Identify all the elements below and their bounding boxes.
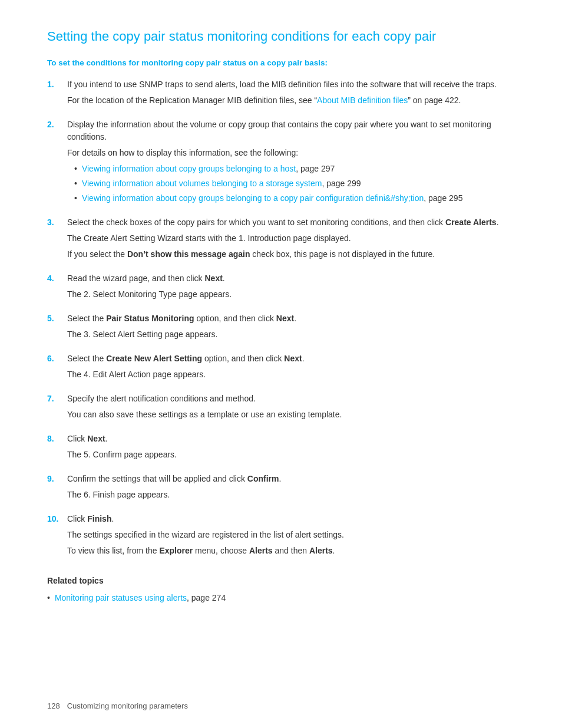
page-container: Setting the copy pair status monitoring … <box>0 0 562 728</box>
link-copy-groups-definition[interactable]: Viewing information about copy groups be… <box>82 193 424 203</box>
related-topics-list: Monitoring pair statuses using alerts, p… <box>47 592 515 604</box>
step-1-note: For the location of the Replication Mana… <box>67 94 515 107</box>
step-1-content: If you intend to use SNMP traps to send … <box>67 78 515 110</box>
page-title: Setting the copy pair status monitoring … <box>47 28 515 45</box>
step-5: 5. Select the Pair Status Monitoring opt… <box>47 312 515 344</box>
step-8-text: Click Next. <box>67 433 515 445</box>
step-1: 1. If you intend to use SNMP traps to se… <box>47 78 515 110</box>
bullet-3-text: Viewing information about copy groups be… <box>82 192 463 205</box>
related-topic-1: Monitoring pair statuses using alerts, p… <box>47 592 515 604</box>
step-4-content: Read the wizard page, and then click Nex… <box>67 272 515 304</box>
mib-link[interactable]: About MIB definition files <box>317 95 408 105</box>
link-copy-groups-host[interactable]: Viewing information about copy groups be… <box>82 164 296 173</box>
step-3-note1: The Create Alert Setting Wizard starts w… <box>67 232 515 245</box>
page-footer: 128 Customizing monitoring parameters <box>47 700 515 712</box>
step-2-num: 2. <box>47 118 67 131</box>
step-6-bold-create-new: Create New Alert Setting <box>106 354 202 363</box>
step-7-num: 7. <box>47 393 67 405</box>
bullet-1-text: Viewing information about copy groups be… <box>82 163 335 175</box>
step-9-bold-confirm: Confirm <box>247 474 279 483</box>
section-subtitle: To set the conditions for monitoring cop… <box>47 57 515 69</box>
monitoring-pair-statuses-link[interactable]: Monitoring pair statuses using alerts <box>55 593 187 602</box>
step-4-note: The 2. Select Monitoring Type page appea… <box>67 288 515 301</box>
bullet-2: Viewing information about volumes belong… <box>74 177 515 190</box>
step-10-num: 10. <box>47 513 67 525</box>
step-4: 4. Read the wizard page, and then click … <box>47 272 515 304</box>
step-3: 3. Select the check boxes of the copy pa… <box>47 216 515 264</box>
related-topic-1-text: Monitoring pair statuses using alerts, p… <box>55 592 226 604</box>
steps-list: 1. If you intend to use SNMP traps to se… <box>47 78 515 561</box>
step-2-content: Display the information about the volume… <box>67 118 515 208</box>
step-8-content: Click Next. The 5. Confirm page appears. <box>67 433 515 465</box>
step-1-num: 1. <box>47 78 67 91</box>
related-topics-section: Related topics Monitoring pair statuses … <box>47 575 515 604</box>
step-6-num: 6. <box>47 353 67 365</box>
step-6-bold-next: Next <box>284 354 302 363</box>
step-10-note1: The settings specified in the wizard are… <box>67 529 515 541</box>
step-8-bold-next: Next <box>87 434 105 443</box>
step-3-content: Select the check boxes of the copy pairs… <box>67 216 515 264</box>
step-8-num: 8. <box>47 433 67 445</box>
step-5-text: Select the Pair Status Monitoring option… <box>67 312 515 325</box>
step-2: 2. Display the information about the vol… <box>47 118 515 208</box>
step-7-text: Specify the alert notification condition… <box>67 393 515 405</box>
step-4-text: Read the wizard page, and then click Nex… <box>67 272 515 285</box>
step-6-content: Select the Create New Alert Setting opti… <box>67 353 515 384</box>
step-4-bold-next: Next <box>204 274 222 283</box>
step-3-note2: If you select the Don’t show this messag… <box>67 248 515 261</box>
step-10-note2: To view this list, from the Explorer men… <box>67 545 515 557</box>
step-2-text: Display the information about the volume… <box>67 118 515 143</box>
step-7-content: Specify the alert notification condition… <box>67 393 515 424</box>
step-9: 9. Confirm the settings that will be app… <box>47 473 515 505</box>
step-5-bold-next: Next <box>276 314 294 323</box>
footer-chapter-text: Customizing monitoring parameters <box>67 700 188 712</box>
step-1-text: If you intend to use SNMP traps to send … <box>67 78 515 91</box>
step-4-num: 4. <box>47 272 67 285</box>
step-9-content: Confirm the settings that will be applie… <box>67 473 515 505</box>
step-5-bold-pair-status: Pair Status Monitoring <box>106 314 194 323</box>
step-3-bold-dont-show: Don’t show this message again <box>127 249 250 259</box>
step-6: 6. Select the Create New Alert Setting o… <box>47 353 515 384</box>
step-6-note: The 4. Edit Alert Action page appears. <box>67 368 515 381</box>
bullet-1: Viewing information about copy groups be… <box>74 163 515 175</box>
link-volumes-storage[interactable]: Viewing information about volumes belong… <box>82 179 322 188</box>
related-topics-heading: Related topics <box>47 575 515 587</box>
step-10-text: Click Finish. <box>67 513 515 525</box>
step-10-bold-finish: Finish <box>87 514 111 523</box>
step-7: 7. Specify the alert notification condit… <box>47 393 515 424</box>
step-9-note: The 6. Finish page appears. <box>67 489 515 501</box>
step-3-bold-create-alerts: Create Alerts <box>445 218 497 227</box>
step-2-bullets: Viewing information about copy groups be… <box>74 163 515 205</box>
step-10: 10. Click Finish. The settings specified… <box>47 513 515 561</box>
step-10-content: Click Finish. The settings specified in … <box>67 513 515 561</box>
step-9-text: Confirm the settings that will be applie… <box>67 473 515 485</box>
step-9-num: 9. <box>47 473 67 485</box>
step-10-bold-explorer: Explorer <box>159 546 193 555</box>
step-7-note: You can also save these settings as a te… <box>67 409 515 421</box>
bullet-3: Viewing information about copy groups be… <box>74 192 515 205</box>
step-10-bold-alerts2: Alerts <box>309 546 333 555</box>
step-6-text: Select the Create New Alert Setting opti… <box>67 353 515 365</box>
step-3-num: 3. <box>47 216 67 229</box>
step-2-note: For details on how to display this infor… <box>67 147 515 159</box>
bullet-2-text: Viewing information about volumes belong… <box>82 177 361 190</box>
footer-page-number: 128 <box>47 700 60 712</box>
step-5-note: The 3. Select Alert Setting page appears… <box>67 328 515 341</box>
step-5-content: Select the Pair Status Monitoring option… <box>67 312 515 344</box>
step-8-note: The 5. Confirm page appears. <box>67 449 515 461</box>
step-8: 8. Click Next. The 5. Confirm page appea… <box>47 433 515 465</box>
step-5-num: 5. <box>47 312 67 325</box>
step-10-bold-alerts1: Alerts <box>249 546 273 555</box>
step-3-text: Select the check boxes of the copy pairs… <box>67 216 515 229</box>
